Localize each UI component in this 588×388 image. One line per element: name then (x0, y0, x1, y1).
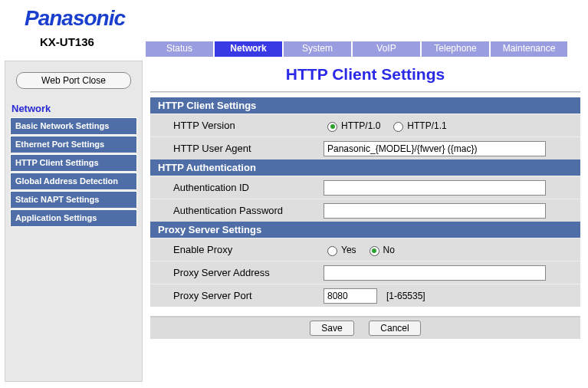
auth-id-label: Authentication ID (150, 177, 319, 198)
http-version-radio-10-wrap[interactable]: HTTP/1.0 (324, 120, 380, 132)
auth-password-label: Authentication Password (150, 200, 319, 221)
auth-id-input[interactable] (324, 180, 546, 196)
http-version-opt2-label: HTTP/1.1 (407, 120, 446, 131)
sidebar-item-application[interactable]: Application Settings (10, 209, 137, 227)
sidebar-title: Network (11, 103, 137, 114)
enable-proxy-yes-radio[interactable] (327, 246, 337, 256)
brand-logo: Panasonic (25, 6, 588, 31)
http-version-opt1-label: HTTP/1.0 (341, 120, 380, 131)
sidebar-item-global-address[interactable]: Global Address Detection (10, 173, 137, 190)
enable-proxy-yes-wrap[interactable]: Yes (324, 244, 356, 256)
cancel-button[interactable]: Cancel (369, 321, 420, 336)
http-version-radio-11-wrap[interactable]: HTTP/1.1 (389, 120, 446, 132)
tab-maintenance[interactable]: Maintenance (491, 41, 567, 57)
tab-status[interactable]: Status (146, 41, 215, 57)
proxy-port-label: Proxy Server Port (150, 285, 319, 306)
section-proxy-server-settings: Proxy Server Settings (150, 222, 580, 238)
sidebar: Web Port Close Network Basic Network Set… (5, 61, 143, 382)
tab-network[interactable]: Network (215, 41, 284, 57)
button-bar: Save Cancel (150, 316, 580, 339)
tab-system[interactable]: System (284, 41, 353, 57)
tab-voip[interactable]: VoIP (353, 41, 422, 57)
http-version-radio-11[interactable] (393, 122, 403, 132)
enable-proxy-yes-label: Yes (341, 245, 356, 255)
main-content: HTTP Client Settings HTTP Client Setting… (147, 56, 588, 339)
auth-password-input[interactable] (324, 203, 546, 219)
http-version-radio-10[interactable] (327, 122, 337, 132)
sidebar-item-ethernet-port[interactable]: Ethernet Port Settings (10, 136, 137, 153)
model-label: KX-UT136 (40, 35, 94, 48)
http-version-label: HTTP Version (150, 115, 319, 136)
section-http-authentication: HTTP Authentication (150, 159, 580, 176)
tab-bar: Status Network System VoIP Telephone Mai… (146, 41, 567, 57)
page-title: HTTP Client Settings (150, 65, 580, 84)
sidebar-item-http-client[interactable]: HTTP Client Settings (10, 154, 137, 172)
section-http-client-settings: HTTP Client Settings (150, 97, 580, 113)
save-button[interactable]: Save (310, 321, 353, 336)
web-port-close-button[interactable]: Web Port Close (16, 72, 131, 89)
http-user-agent-label: HTTP User Agent (150, 138, 319, 159)
http-user-agent-input[interactable] (324, 141, 546, 156)
sidebar-item-basic-network[interactable]: Basic Network Settings (10, 117, 137, 135)
enable-proxy-no-label: No (383, 245, 395, 255)
enable-proxy-no-radio[interactable] (370, 246, 379, 256)
enable-proxy-no-wrap[interactable]: No (366, 244, 395, 256)
sidebar-item-static-napt[interactable]: Static NAPT Settings (10, 191, 137, 209)
tab-telephone[interactable]: Telephone (422, 41, 491, 57)
proxy-address-input[interactable] (324, 265, 546, 281)
proxy-port-hint: [1-65535] (386, 291, 425, 301)
proxy-port-input[interactable] (324, 288, 377, 304)
divider (150, 91, 580, 93)
proxy-address-label: Proxy Server Address (150, 262, 319, 283)
enable-proxy-label: Enable Proxy (150, 239, 319, 260)
